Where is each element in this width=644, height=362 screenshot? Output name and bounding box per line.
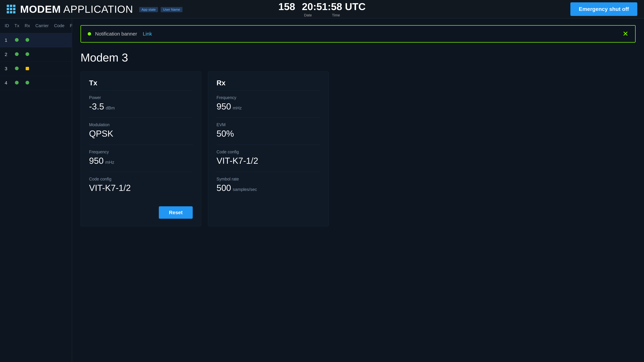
cell-id: 4: [0, 76, 12, 90]
cell-rx: [22, 62, 33, 76]
cell-tx: [12, 47, 22, 62]
time-label: Time: [332, 13, 340, 17]
tx-power-unit: dBm: [106, 105, 115, 111]
col-tx: Tx: [12, 18, 22, 33]
tx-frequency-value: 950 mHz: [89, 156, 193, 166]
rx-frequency-label: Frequency: [216, 95, 320, 100]
cell-code: [51, 47, 67, 62]
notif-text: Notification banner: [95, 31, 137, 37]
cards-row: Tx Power -3.5 dBm Modulation QPSK Freque…: [80, 71, 636, 226]
header-datetime: 158 20:51:58 UTC: [278, 1, 366, 12]
cell-rx: [22, 33, 33, 47]
cell-id: 2: [0, 47, 12, 62]
header-time: 20:51:58 UTC: [302, 1, 366, 12]
app-title: MODEM APPLICATION: [20, 3, 133, 15]
cell-rx: [22, 47, 33, 62]
rx-symbol-rate-label: Symbol rate: [216, 177, 320, 182]
tx-code-config-label: Code config: [89, 177, 193, 182]
cell-carrier: [33, 47, 51, 62]
rx-evm-label: EVM: [216, 122, 320, 127]
tx-power-label: Power: [89, 95, 193, 100]
cell-carrier: [33, 33, 51, 47]
rx-symbol-rate-value: 500 samples/sec: [216, 183, 320, 193]
col-id: ID: [0, 18, 12, 33]
cell-tx: [12, 62, 22, 76]
tx-card: Tx Power -3.5 dBm Modulation QPSK Freque…: [80, 71, 201, 226]
header: MODEM APPLICATION App state User Name 15…: [0, 0, 644, 18]
cell-code: [51, 76, 67, 90]
header-labels: Date Time: [304, 13, 340, 17]
header-center: 158 20:51:58 UTC Date Time: [278, 1, 366, 17]
cell-tx: [12, 76, 22, 90]
notif-link[interactable]: Link: [143, 31, 152, 37]
cell-code: [51, 33, 67, 47]
header-date-number: 158: [278, 1, 295, 12]
rx-evm-field: EVM 50%: [216, 122, 320, 139]
rx-card: Rx Frequency 950 mHz EVM 50% Code config: [208, 71, 329, 226]
rx-code-config-value: VIT-K7-1/2: [216, 156, 320, 166]
cell-id: 3: [0, 62, 12, 76]
cell-tx: [12, 33, 22, 47]
user-name-badge: User Name: [161, 7, 182, 12]
tx-power-value: -3.5 dBm: [89, 101, 193, 111]
content-area: Notification banner Link ✕ Modem 3 Tx Po…: [72, 18, 644, 362]
cell-rx: [22, 76, 33, 90]
reset-button[interactable]: Reset: [159, 206, 193, 219]
tx-frequency-unit: mHz: [105, 160, 114, 165]
rx-heading: Rx: [216, 79, 320, 90]
cell-carrier: [33, 62, 51, 76]
rx-frequency-value: 950 mHz: [216, 101, 320, 111]
app-title-bold: MODEM: [20, 3, 61, 15]
rx-frequency-field: Frequency 950 mHz: [216, 95, 320, 111]
grid-icon: [7, 5, 16, 13]
notif-close-icon[interactable]: ✕: [622, 30, 628, 37]
date-label: Date: [304, 13, 312, 17]
tx-frequency-field: Frequency 950 mHz: [89, 149, 193, 166]
rx-symbol-rate-unit: samples/sec: [233, 187, 257, 192]
cell-code: [51, 62, 67, 76]
app-logo: MODEM APPLICATION App state User Name: [7, 3, 182, 15]
main-layout: ID Tx Rx Carrier Code PWR EVM 1 5: [0, 18, 644, 362]
header-badges: App state User Name: [139, 7, 182, 12]
notif-status-dot: [88, 32, 91, 35]
cell-carrier: [33, 76, 51, 90]
rx-frequency-unit: mHz: [233, 105, 242, 111]
tx-frequency-label: Frequency: [89, 149, 193, 154]
tx-modulation-label: Modulation: [89, 122, 193, 127]
rx-symbol-rate-field: Symbol rate 500 samples/sec: [216, 177, 320, 193]
app-title-light: APPLICATION: [61, 3, 133, 15]
tx-modulation-field: Modulation QPSK: [89, 122, 193, 139]
col-carrier: Carrier: [33, 18, 51, 33]
modem-title: Modem 3: [80, 51, 636, 64]
tx-power-field: Power -3.5 dBm: [89, 95, 193, 111]
rx-code-config-field: Code config VIT-K7-1/2: [216, 149, 320, 166]
tx-code-config-value: VIT-K7-1/2: [89, 183, 193, 193]
col-code: Code: [51, 18, 67, 33]
notification-banner: Notification banner Link ✕: [80, 25, 636, 42]
app-state-badge: App state: [139, 7, 158, 12]
tx-code-config-field: Code config VIT-K7-1/2: [89, 177, 193, 193]
rx-evm-value: 50%: [216, 129, 320, 139]
col-rx: Rx: [22, 18, 33, 33]
tx-heading: Tx: [89, 79, 193, 90]
cell-id: 1: [0, 33, 12, 47]
tx-modulation-value: QPSK: [89, 129, 193, 139]
sidebar-panel: ID Tx Rx Carrier Code PWR EVM 1 5: [0, 18, 72, 362]
rx-code-config-label: Code config: [216, 149, 320, 154]
emergency-shutoff-button[interactable]: Emergency shut off: [570, 2, 637, 16]
